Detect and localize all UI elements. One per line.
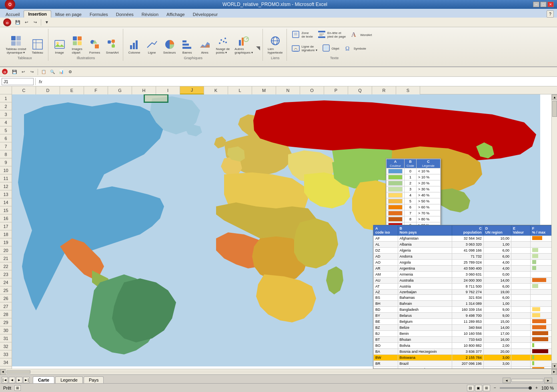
cell-area[interactable]: ACouleur BCode CLégende 0 < 10 % 1 > 10 … xyxy=(12,94,557,369)
row-29[interactable]: 29 xyxy=(0,318,12,326)
tab-revision[interactable]: Révision xyxy=(138,11,162,18)
tb-redo[interactable]: ↪ xyxy=(28,68,36,76)
page-layout-btn[interactable]: ▣ xyxy=(475,385,482,391)
row-2[interactable]: 2 xyxy=(0,102,12,110)
row-10[interactable]: 10 xyxy=(0,166,12,174)
tab-donnees[interactable]: Données xyxy=(112,11,138,18)
row-26[interactable]: 26 xyxy=(0,294,12,302)
row-13[interactable]: 13 xyxy=(0,190,12,198)
col-header-j[interactable]: J xyxy=(180,86,204,94)
row-23[interactable]: 23 xyxy=(0,270,12,278)
scatter-chart-button[interactable]: Nuage depoints ▾ xyxy=(214,34,232,55)
image-button[interactable]: Image xyxy=(52,38,68,55)
sheet-tab-pays[interactable]: Pays xyxy=(84,376,104,383)
tb-misc3[interactable]: 📊 xyxy=(57,68,65,76)
row-1[interactable]: 1 xyxy=(0,94,12,102)
col-header-p[interactable]: P xyxy=(324,86,348,94)
col-header-n[interactable]: N xyxy=(276,86,300,94)
tab-insertion[interactable]: Insertion xyxy=(24,10,51,18)
symbol-button[interactable]: Ω Symbole xyxy=(343,43,368,54)
row-12[interactable]: 12 xyxy=(0,182,12,190)
shapes-button[interactable]: Formes xyxy=(87,38,103,55)
status-options[interactable]: ⊞ xyxy=(14,385,21,391)
maximize-button[interactable]: □ xyxy=(540,2,547,7)
row-5[interactable]: 5 xyxy=(0,126,12,134)
line-chart-button[interactable]: Ligne xyxy=(144,38,160,55)
row-20[interactable]: 20 xyxy=(0,246,12,254)
tb-misc4[interactable]: ⚙ xyxy=(66,68,74,76)
office-button[interactable]: O xyxy=(5,0,15,10)
scrollbar-thumb[interactable] xyxy=(552,101,557,117)
undo-qat-button[interactable]: ↩ xyxy=(22,18,30,26)
wordart-button[interactable]: A WordArt xyxy=(349,30,373,40)
hyperlink-button[interactable]: Lienhypertexte xyxy=(266,34,284,55)
col-header-g[interactable]: G xyxy=(108,86,132,94)
row-31[interactable]: 31 xyxy=(0,334,12,342)
horizontal-scrollbar[interactable]: ◄ ► xyxy=(0,369,557,374)
table-button[interactable]: Tableau xyxy=(30,38,46,55)
row-15[interactable]: 15 xyxy=(0,206,12,214)
sheet-prev-btn[interactable]: ◄ xyxy=(9,377,15,383)
zoom-slider[interactable] xyxy=(500,387,532,389)
col-header-r[interactable]: R xyxy=(372,86,396,94)
sheet-tab-carte[interactable]: Carte xyxy=(33,376,54,383)
tab-developpeur[interactable]: Développeur xyxy=(189,11,222,18)
col-header-k[interactable]: K xyxy=(204,86,228,94)
row-17[interactable]: 17 xyxy=(0,222,12,230)
row-30[interactable]: 30 xyxy=(0,326,12,334)
col-header-h[interactable]: H xyxy=(132,86,156,94)
row-19[interactable]: 19 xyxy=(0,238,12,246)
sheet-tab-legende[interactable]: Legende xyxy=(55,376,83,383)
qat-customize[interactable]: ▼ xyxy=(43,18,51,26)
page-break-btn[interactable]: ⊞ xyxy=(483,385,490,391)
col-header-s[interactable]: S xyxy=(396,86,420,94)
hscroll-right[interactable]: ► xyxy=(551,369,557,375)
col-header-q[interactable]: Q xyxy=(348,86,372,94)
hscroll-track[interactable] xyxy=(6,370,551,374)
row-22[interactable]: 22 xyxy=(0,262,12,270)
row-18[interactable]: 18 xyxy=(0,230,12,238)
tb-misc2[interactable]: 🔍 xyxy=(48,68,56,76)
sheet-last-btn[interactable]: ►| xyxy=(23,377,30,383)
charts-expand-icon[interactable] xyxy=(256,46,260,55)
row-25[interactable]: 25 xyxy=(0,286,12,294)
row-32[interactable]: 32 xyxy=(0,342,12,350)
other-charts-button[interactable]: Autresgraphiques ▾ xyxy=(233,34,254,55)
col-header-e[interactable]: E xyxy=(60,86,84,94)
vertical-scrollbar[interactable]: ▲ ▼ xyxy=(551,94,557,369)
col-header-l[interactable]: L xyxy=(228,86,252,94)
clipart-button[interactable]: Imagesclipart xyxy=(69,34,85,55)
hscroll-small[interactable] xyxy=(511,379,543,382)
col-header-m[interactable]: M xyxy=(252,86,276,94)
row-8[interactable]: 8 xyxy=(0,150,12,158)
signature-button[interactable]: Ligne designature ▾ xyxy=(290,43,319,54)
scrollbar-down[interactable]: ▼ xyxy=(552,363,557,369)
formula-input[interactable] xyxy=(46,79,555,84)
scroll-indicator[interactable]: ◄ xyxy=(503,378,511,383)
col-header-c[interactable]: C xyxy=(12,86,36,94)
row-27[interactable]: 27 xyxy=(0,302,12,310)
row-14[interactable]: 14 xyxy=(0,198,12,206)
minimize-button[interactable]: – xyxy=(533,2,539,7)
col-header-i[interactable]: I xyxy=(156,86,180,94)
scroll-indicator-r[interactable]: ► xyxy=(544,378,552,383)
redo-qat-button[interactable]: ↪ xyxy=(31,18,39,26)
pivot-table-button[interactable]: Tableau croisédynamique ▾ xyxy=(4,34,28,55)
row-34[interactable]: 34 xyxy=(0,358,12,366)
row-3[interactable]: 3 xyxy=(0,110,12,118)
bar-chart-button[interactable]: Barres xyxy=(179,38,195,55)
tab-affichage[interactable]: Affichage xyxy=(162,11,189,18)
row-28[interactable]: 28 xyxy=(0,310,12,318)
textbox-button[interactable]: Zonede texte xyxy=(290,30,314,40)
row-7[interactable]: 7 xyxy=(0,142,12,150)
col-header-d[interactable]: D xyxy=(36,86,60,94)
save-qat-button[interactable]: 💾 xyxy=(14,18,22,26)
hscroll-thumb[interactable] xyxy=(6,370,30,374)
row-6[interactable]: 6 xyxy=(0,134,12,142)
column-chart-button[interactable]: Colonne xyxy=(126,38,142,55)
tab-mise-en-page[interactable]: Mise en page xyxy=(51,11,86,18)
row-11[interactable]: 11 xyxy=(0,174,12,182)
tb-misc1[interactable]: 📋 xyxy=(40,68,48,76)
close-button[interactable]: ✕ xyxy=(547,2,554,7)
tab-formules[interactable]: Formules xyxy=(86,11,112,18)
